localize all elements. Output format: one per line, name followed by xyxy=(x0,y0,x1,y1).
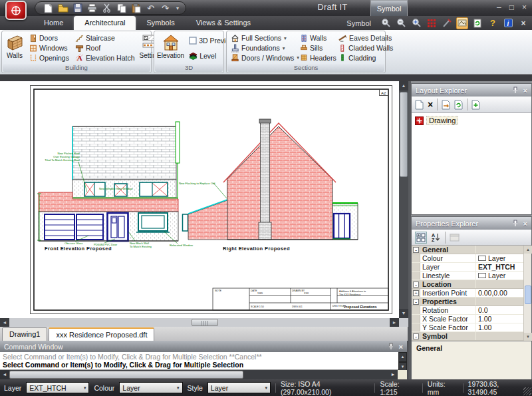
tab-home[interactable]: Home xyxy=(33,16,74,30)
scroll-left-icon[interactable]: ◄ xyxy=(0,370,9,379)
doors-button[interactable]: Doors xyxy=(28,33,70,43)
property-row-layer[interactable]: LayerEXT_HTCH xyxy=(412,263,531,272)
doc-tab-drawing1[interactable]: Drawing1 xyxy=(2,327,47,341)
context-tab-symbol[interactable]: Symbol xyxy=(370,0,408,16)
zoom-extents-icon[interactable] xyxy=(410,17,422,29)
command-hscrollbar[interactable]: ◄ ► xyxy=(0,370,407,379)
category-row-symbol[interactable]: -Symbol xyxy=(412,332,531,341)
full-sections-button[interactable]: Full Sections▾ xyxy=(229,33,297,43)
refresh-layout-icon[interactable] xyxy=(454,100,463,110)
snap-icon[interactable] xyxy=(441,17,453,29)
canvas-hscrollbar[interactable]: ◄ ► xyxy=(0,318,408,327)
zoom-out-icon[interactable] xyxy=(395,17,407,29)
new-layout-icon[interactable] xyxy=(415,100,424,110)
command-prompt-line[interactable]: Select Command or Item(s) to Modify, Cli… xyxy=(0,361,407,369)
pin-icon[interactable] xyxy=(513,220,518,227)
open-folder-icon[interactable] xyxy=(57,3,69,14)
property-row-yscale[interactable]: Y Scale Factor1.00 xyxy=(412,323,531,332)
staircase-button[interactable]: Staircase xyxy=(74,33,136,43)
close-icon[interactable]: × xyxy=(523,220,527,228)
canvas-vscrollbar[interactable]: ▲ ▼ xyxy=(399,81,408,318)
style-dropdown[interactable]: Layer▾ xyxy=(207,382,271,393)
zoom-in-icon[interactable] xyxy=(380,17,392,29)
headers-button[interactable]: Headers xyxy=(299,53,336,63)
paste-icon[interactable] xyxy=(130,3,142,14)
scroll-right-icon[interactable]: ► xyxy=(390,318,399,327)
hscroll-thumb[interactable] xyxy=(192,319,218,326)
scroll-left-icon[interactable]: ◄ xyxy=(0,318,9,327)
sills-button[interactable]: Sills xyxy=(299,43,336,53)
new-file-icon[interactable] xyxy=(42,3,55,14)
walls-section-button[interactable]: Walls xyxy=(299,33,336,43)
qat-dropdown-icon[interactable]: ▾ xyxy=(176,5,179,11)
eaves-details-button[interactable]: Eaves Details xyxy=(337,33,386,43)
app-logo-icon[interactable] xyxy=(5,1,27,20)
category-row-location[interactable]: -Location xyxy=(412,280,531,289)
openings-button[interactable]: Openings xyxy=(28,53,70,63)
command-window-titlebar[interactable]: Command Window × xyxy=(0,341,407,352)
property-row-xscale[interactable]: X Scale Factor1.00 xyxy=(412,315,531,323)
property-row-colour[interactable]: ColourLayer xyxy=(412,254,531,263)
vscroll-thumb[interactable] xyxy=(400,92,408,177)
layout-item-drawing[interactable]: Drawing xyxy=(415,116,528,125)
save-icon[interactable] xyxy=(71,3,84,14)
drawing-canvas[interactable]: A2 xyxy=(0,81,399,318)
propgrid-scrollbar[interactable]: ▲ ▼ xyxy=(523,246,531,341)
layout-explorer-header[interactable]: Layout Explorer × xyxy=(412,84,531,97)
category-row-properties[interactable]: -Properties xyxy=(412,297,531,306)
windows-button[interactable]: Windows xyxy=(28,43,70,53)
scroll-up-icon[interactable]: ▲ xyxy=(399,81,408,91)
grid-icon[interactable] xyxy=(426,17,438,29)
print-icon[interactable] xyxy=(86,3,98,14)
property-row-insertion[interactable]: +Insertion Point0.00,0.00 xyxy=(412,289,531,297)
elevation-hatch-button[interactable]: AElevation Hatch xyxy=(74,53,136,63)
close-icon[interactable]: × xyxy=(523,87,527,95)
ribbon-close-icon[interactable]: × xyxy=(517,17,529,29)
linestyle-swatch[interactable] xyxy=(478,273,486,278)
scroll-up-icon[interactable]: ▲ xyxy=(398,352,407,362)
undo-icon[interactable]: ↶ xyxy=(144,3,157,14)
walls-button[interactable]: Walls xyxy=(5,33,25,63)
sort-az-icon[interactable]: AZ xyxy=(431,232,441,242)
property-row-linestyle[interactable]: LinestyleLayer xyxy=(412,272,531,280)
scroll-down-icon[interactable]: ▼ xyxy=(399,309,408,318)
categorized-view-icon[interactable] xyxy=(415,232,427,244)
import-layout-icon[interactable] xyxy=(471,100,480,110)
refresh-icon[interactable] xyxy=(471,17,483,29)
scroll-down-icon[interactable]: ▼ xyxy=(524,333,532,341)
elevation-button[interactable]: Elevation xyxy=(157,33,184,63)
property-row-rotation[interactable]: Rotation0.0 xyxy=(412,306,531,315)
command-vscrollbar[interactable]: ▲ ▼ xyxy=(398,352,407,370)
scroll-up-icon[interactable]: ▲ xyxy=(524,246,532,254)
colour-dropdown[interactable]: Layer▾ xyxy=(119,382,182,393)
drawing-sheet[interactable]: A2 xyxy=(30,85,392,314)
layer-dropdown[interactable]: EXT_HTCH▾ xyxy=(26,382,89,393)
maximize-button[interactable]: □ xyxy=(509,2,514,13)
delete-layout-icon[interactable]: × xyxy=(428,100,433,109)
category-row-general[interactable]: -General xyxy=(412,246,531,254)
scroll-right-icon[interactable]: ► xyxy=(388,370,398,379)
tab-views-settings[interactable]: Views & Settings xyxy=(186,16,261,30)
pin-icon[interactable] xyxy=(513,87,518,94)
help-icon[interactable]: ? xyxy=(487,17,499,29)
info-icon[interactable]: i xyxy=(502,17,514,29)
cladding-button[interactable]: Cladding xyxy=(337,53,386,63)
foundations-button[interactable]: Foundations▾ xyxy=(229,43,297,53)
tab-symbols[interactable]: Symbols xyxy=(136,16,185,30)
scroll-thumb[interactable] xyxy=(525,286,531,304)
close-button[interactable]: × xyxy=(522,2,527,13)
sketch-mode-icon[interactable] xyxy=(456,17,468,29)
cut-icon[interactable] xyxy=(100,3,113,14)
export-layout-icon[interactable] xyxy=(442,100,450,110)
minimize-button[interactable]: – xyxy=(497,2,501,13)
hscroll-thumb[interactable] xyxy=(9,371,243,379)
copy-icon[interactable] xyxy=(115,3,128,14)
pin-icon[interactable] xyxy=(388,343,394,350)
tab-architectural[interactable]: Architectural xyxy=(74,16,136,30)
cladded-walls-button[interactable]: Cladded Walls xyxy=(337,43,386,53)
doc-tab-residence[interactable]: xxx Residence Proposed.dft xyxy=(49,327,154,341)
properties-explorer-header[interactable]: Properties Explorer × xyxy=(412,217,531,230)
redo-icon[interactable]: ↷ xyxy=(159,3,172,14)
close-icon[interactable]: × xyxy=(399,343,403,351)
colour-swatch[interactable] xyxy=(478,256,486,261)
